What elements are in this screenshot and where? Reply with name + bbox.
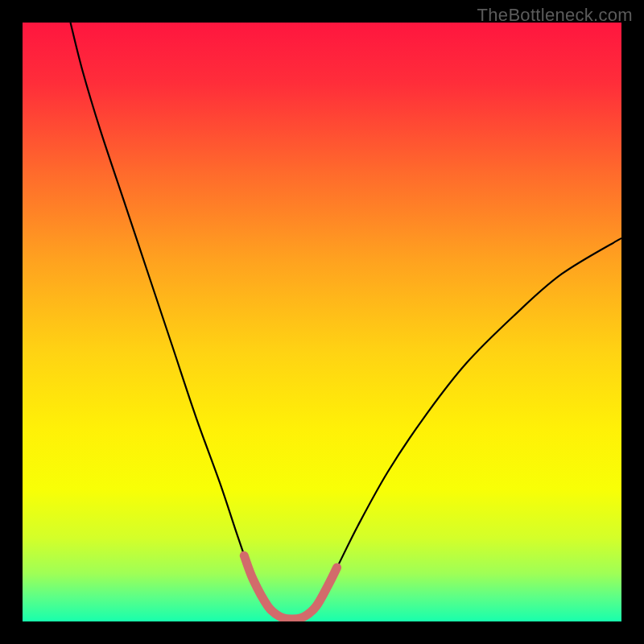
outer-frame: TheBottleneck.com (0, 0, 644, 644)
highlight-segment (244, 555, 336, 619)
bottleneck-curve (71, 23, 621, 619)
curve-layer (23, 23, 621, 621)
watermark-text: TheBottleneck.com (477, 5, 633, 26)
plot-area (23, 23, 621, 621)
